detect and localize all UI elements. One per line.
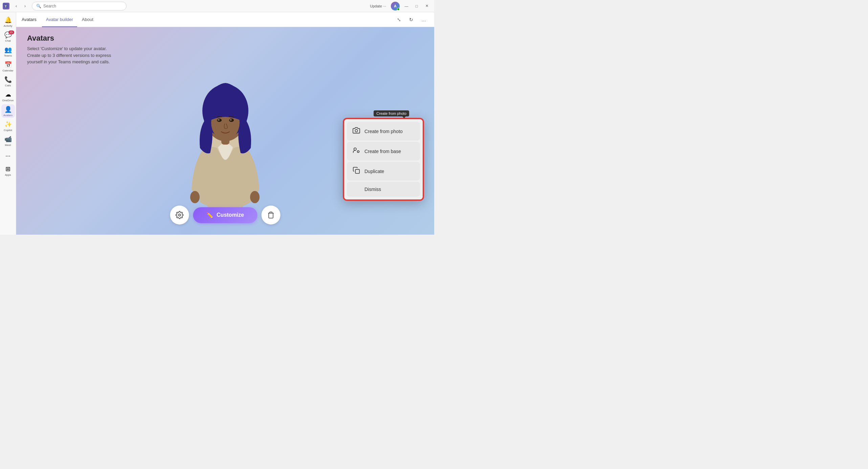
close-button[interactable]: ✕ bbox=[422, 1, 431, 11]
sidebar-item-meet[interactable]: 📹 Meet bbox=[1, 134, 15, 148]
svg-point-4 bbox=[250, 191, 260, 203]
avatars-label: Avatars bbox=[3, 114, 13, 117]
sidebar-more[interactable]: ··· bbox=[1, 149, 15, 163]
chat-badge: 25 bbox=[8, 30, 14, 34]
create-from-base-label: Create from base bbox=[364, 149, 401, 154]
back-button[interactable]: ‹ bbox=[12, 2, 20, 10]
title-bar-left: T ‹ › 🔍 bbox=[3, 2, 364, 10]
svg-point-14 bbox=[355, 129, 357, 132]
sidebar-item-activity[interactable]: 🔔 Activity bbox=[1, 15, 15, 28]
header-action-2[interactable]: ↻ bbox=[406, 16, 416, 24]
calendar-label: Calendar bbox=[2, 69, 13, 72]
apps-label: Apps bbox=[5, 173, 11, 176]
calls-icon: 📞 bbox=[4, 76, 12, 83]
duplicate-label: Duplicate bbox=[364, 169, 384, 174]
page-title: Avatars bbox=[27, 34, 423, 43]
desc-line-1: Select 'Customize' to update your avatar… bbox=[27, 46, 107, 51]
create-from-base-item[interactable]: Create from base bbox=[347, 142, 420, 161]
avatar-content: Avatars Select 'Customize' to update you… bbox=[16, 27, 434, 235]
sidebar: 🔔 Activity 💬 Chat 25 👥 Teams 📅 Calendar … bbox=[0, 12, 16, 235]
svg-text:T: T bbox=[5, 5, 7, 8]
svg-rect-17 bbox=[355, 169, 359, 173]
copilot-icon: ✨ bbox=[4, 121, 12, 128]
bottom-controls: ✏️ Customize bbox=[170, 206, 281, 225]
nav-arrows: ‹ › bbox=[12, 2, 29, 10]
svg-point-11 bbox=[218, 119, 220, 121]
teams-logo: T bbox=[3, 3, 9, 9]
sidebar-item-calls[interactable]: 📞 Calls bbox=[1, 74, 15, 88]
svg-point-16 bbox=[357, 151, 359, 153]
sidebar-item-onedrive[interactable]: ☁ OneDrive bbox=[1, 89, 15, 103]
title-bar-right: Update ··· A — □ ✕ bbox=[367, 1, 431, 11]
search-icon: 🔍 bbox=[36, 4, 41, 8]
header-action-3[interactable]: … bbox=[419, 16, 429, 24]
activity-icon: 🔔 bbox=[4, 16, 12, 24]
customize-label: Customize bbox=[217, 212, 244, 218]
camera-icon bbox=[352, 127, 360, 136]
sidebar-item-chat[interactable]: 💬 Chat 25 bbox=[1, 30, 15, 43]
tab-avatar-builder[interactable]: Avatar builder bbox=[42, 13, 77, 27]
header-tabs: Avatar builderAbout bbox=[42, 12, 97, 27]
teams-label: Teams bbox=[4, 54, 12, 57]
activity-label: Activity bbox=[4, 24, 12, 27]
onedrive-label: OneDrive bbox=[2, 99, 14, 102]
dismiss-item[interactable]: Dismiss bbox=[347, 182, 420, 197]
customize-icon: ✏️ bbox=[206, 212, 213, 218]
sidebar-item-apps[interactable]: ⊞ Apps bbox=[1, 164, 15, 177]
forward-button[interactable]: › bbox=[21, 2, 29, 10]
people-settings-icon bbox=[352, 147, 360, 156]
window-controls: — □ ✕ bbox=[402, 1, 431, 11]
search-bar: 🔍 bbox=[32, 2, 127, 10]
content-area: Avatars Avatar builderAbout ⤡ ↻ … Avatar… bbox=[16, 12, 434, 235]
desc-line-3: yourself in your Teams meetings and call… bbox=[27, 59, 110, 64]
sidebar-item-calendar[interactable]: 📅 Calendar bbox=[1, 60, 15, 73]
create-from-photo-item[interactable]: Create from photo bbox=[347, 122, 420, 141]
header-actions: ⤡ ↻ … bbox=[394, 16, 429, 24]
apps-icon: ⊞ bbox=[5, 165, 10, 173]
delete-button[interactable] bbox=[262, 206, 281, 225]
chat-label: Chat bbox=[5, 39, 11, 42]
app-title: Avatars bbox=[22, 17, 37, 22]
more-icon: ··· bbox=[5, 152, 10, 159]
meet-icon: 📹 bbox=[4, 135, 12, 143]
update-button[interactable]: Update ··· bbox=[367, 3, 389, 9]
user-avatar-button[interactable]: A bbox=[391, 2, 400, 10]
duplicate-item[interactable]: Duplicate bbox=[347, 162, 420, 180]
main-layout: 🔔 Activity 💬 Chat 25 👥 Teams 📅 Calendar … bbox=[0, 12, 434, 235]
content-header: Avatars Select 'Customize' to update you… bbox=[16, 27, 434, 72]
svg-point-3 bbox=[190, 191, 200, 203]
svg-point-12 bbox=[230, 119, 232, 121]
avatars-icon: 👤 bbox=[4, 106, 12, 113]
tab-about[interactable]: About bbox=[78, 13, 97, 27]
minimize-button[interactable]: — bbox=[402, 1, 411, 11]
sidebar-item-avatars[interactable]: 👤 Avatars bbox=[1, 104, 15, 118]
dismiss-label: Dismiss bbox=[364, 187, 381, 192]
sidebar-item-copilot[interactable]: ✨ Copilot bbox=[1, 119, 15, 133]
search-input[interactable] bbox=[43, 4, 122, 8]
content-description: Select 'Customize' to update your avatar… bbox=[27, 45, 423, 65]
sidebar-item-teams[interactable]: 👥 Teams bbox=[1, 45, 15, 58]
settings-button[interactable] bbox=[170, 206, 189, 225]
onedrive-icon: ☁ bbox=[5, 91, 11, 98]
maximize-button[interactable]: □ bbox=[412, 1, 421, 11]
customize-button[interactable]: ✏️ Customize bbox=[193, 207, 258, 223]
desc-line-2: Create up to 3 different versions to exp… bbox=[27, 53, 111, 58]
copilot-label: Copilot bbox=[4, 129, 12, 132]
create-from-photo-label: Create from photo bbox=[364, 129, 403, 134]
calendar-icon: 📅 bbox=[4, 61, 12, 68]
title-bar: T ‹ › 🔍 Update ··· A — □ bbox=[0, 0, 434, 12]
popup-menu: Create from photo Create from photo bbox=[343, 118, 424, 201]
duplicate-icon bbox=[352, 167, 360, 176]
tooltip-label: Create from photo bbox=[374, 110, 409, 116]
online-status-dot bbox=[397, 8, 400, 10]
calls-label: Calls bbox=[5, 84, 11, 87]
header-action-1[interactable]: ⤡ bbox=[394, 16, 404, 24]
app-header: Avatars Avatar builderAbout ⤡ ↻ … bbox=[16, 12, 434, 27]
svg-point-13 bbox=[178, 214, 180, 216]
meet-label: Meet bbox=[5, 144, 11, 147]
teams-icon: 👥 bbox=[4, 46, 12, 54]
svg-point-15 bbox=[354, 148, 356, 150]
